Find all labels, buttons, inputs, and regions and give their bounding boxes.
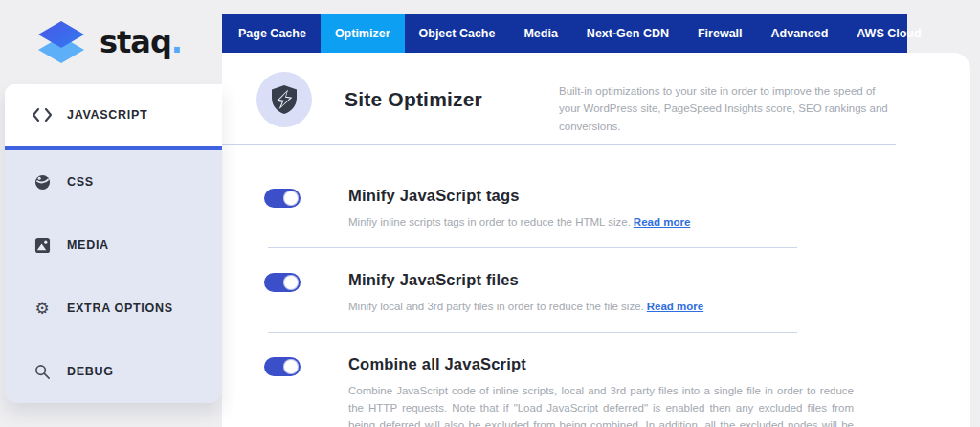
tab-aws-cloud[interactable]: AWS Cloud bbox=[842, 14, 935, 53]
logo: staq. bbox=[0, 0, 222, 84]
page-description: Built-in optimizations to your site in o… bbox=[559, 82, 900, 135]
setting-description: Minify local and 3rd party files in orde… bbox=[348, 299, 858, 316]
tab-advanced[interactable]: Advanced bbox=[757, 14, 843, 53]
sidebar: JAVASCRIPT CSS MEDIA bbox=[5, 84, 222, 403]
tab-optimizer[interactable]: Optimizer bbox=[321, 14, 405, 53]
css-ball-icon bbox=[32, 174, 53, 191]
sidebar-item-javascript[interactable]: JAVASCRIPT bbox=[5, 84, 222, 146]
sidebar-item-label: DEBUG bbox=[67, 365, 114, 378]
main-panel: Site Optimizer Built-in optimizations to… bbox=[222, 53, 970, 427]
setting-title: Minify JavaScript files bbox=[348, 271, 858, 289]
sidebar-item-label: MEDIA bbox=[67, 238, 109, 252]
toggle-knob bbox=[283, 359, 299, 374]
setting-description: Minfiy inline scripts tags in order to r… bbox=[348, 214, 858, 232]
setting-title: Minify JavaScript tags bbox=[348, 187, 858, 205]
sidebar-item-label: EXTRA OPTIONS bbox=[67, 302, 173, 315]
minify-js-files-toggle[interactable] bbox=[264, 273, 301, 292]
setting-description-text: Minfiy inline scripts tags in order to r… bbox=[348, 216, 631, 228]
shield-bolt-icon bbox=[270, 84, 299, 115]
logo-text: staq. bbox=[100, 24, 182, 60]
magnifier-icon bbox=[32, 364, 53, 380]
minify-js-tags-toggle[interactable] bbox=[264, 189, 301, 208]
tab-media[interactable]: Media bbox=[509, 14, 571, 53]
sidebar-item-label: JAVASCRIPT bbox=[67, 108, 147, 122]
row-divider bbox=[268, 332, 797, 333]
tab-next-gen-cdn[interactable]: Next-Gen CDN bbox=[572, 14, 683, 53]
setting-title: Combine all JavaScript bbox=[348, 355, 858, 373]
read-more-link[interactable]: Read more bbox=[647, 301, 703, 312]
read-more-link[interactable]: Read more bbox=[634, 216, 690, 228]
row-divider bbox=[268, 247, 797, 248]
sidebar-item-debug[interactable]: DEBUG bbox=[5, 340, 222, 403]
page-title: Site Optimizer bbox=[345, 88, 482, 111]
header-divider bbox=[222, 144, 896, 145]
optimizer-badge bbox=[256, 72, 312, 127]
tab-object-cache[interactable]: Object Cache bbox=[405, 14, 510, 53]
toggle-knob bbox=[283, 191, 299, 206]
sidebar-item-media[interactable]: MEDIA bbox=[5, 214, 222, 277]
setting-combine-all-js: Combine all JavaScript Combine JavaScrip… bbox=[264, 355, 858, 427]
sidebar-items: CSS MEDIA ⚙ EXTRA OPTIONS D bbox=[5, 150, 222, 403]
top-navbar: Page Cache Optimizer Object Cache Media … bbox=[222, 14, 907, 53]
toggle-knob bbox=[283, 275, 299, 290]
sidebar-item-extra-options[interactable]: ⚙ EXTRA OPTIONS bbox=[5, 277, 222, 340]
setting-description-text: Minify local and 3rd party files in orde… bbox=[348, 301, 644, 312]
tab-page-cache[interactable]: Page Cache bbox=[224, 14, 321, 53]
sidebar-item-label: CSS bbox=[67, 175, 94, 189]
setting-minify-js-files: Minify JavaScript files Minify local and… bbox=[264, 271, 858, 316]
setting-description: Combine JavaScript code of inline script… bbox=[348, 383, 854, 427]
code-icon bbox=[32, 108, 53, 122]
sidebar-item-css[interactable]: CSS bbox=[5, 150, 222, 214]
layers-icon bbox=[36, 20, 86, 64]
gear-icon: ⚙ bbox=[32, 301, 53, 317]
combine-all-js-toggle[interactable] bbox=[264, 357, 301, 376]
setting-minify-js-tags: Minify JavaScript tags Minfiy inline scr… bbox=[264, 187, 858, 232]
image-icon bbox=[32, 237, 53, 254]
logo-dot: . bbox=[171, 24, 182, 60]
tab-firewall[interactable]: Firewall bbox=[683, 14, 757, 53]
